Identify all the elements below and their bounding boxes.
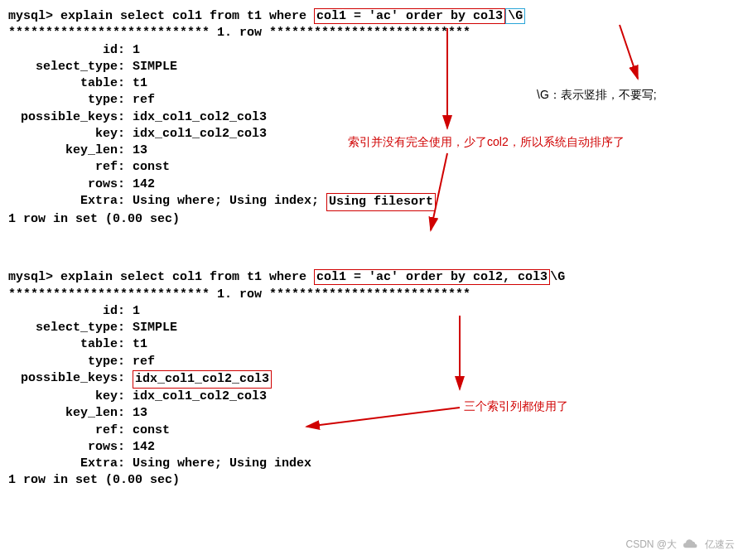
label-select-type: select_type:: [8, 59, 133, 75]
query1-footer: 1 row in set (0.00 sec): [8, 211, 735, 228]
query1-command: mysql> explain select col1 from t1 where…: [8, 8, 735, 25]
query2-footer: 1 row in set (0.00 sec): [8, 472, 735, 489]
label-type: type:: [8, 92, 133, 109]
label-key-len: key_len:: [8, 142, 133, 159]
value-key: idx_col1_col2_col3: [133, 389, 267, 405]
value-possible-keys: idx_col1_col2_col3: [133, 109, 267, 126]
value-select-type: SIMPLE: [133, 59, 177, 75]
value-type: ref: [133, 92, 155, 109]
label-key: key:: [8, 389, 133, 405]
label-ref: ref:: [8, 422, 133, 439]
value-id: 1: [133, 42, 140, 59]
label-key-len: key_len:: [8, 405, 133, 422]
label-table: table:: [8, 336, 133, 353]
where-order-clause: col1 = 'ac' order by col3: [314, 8, 505, 24]
value-id: 1: [133, 303, 140, 320]
value-rows: 142: [133, 176, 155, 193]
label-rows: rows:: [8, 176, 133, 193]
value-key-len: 13: [133, 142, 147, 159]
label-possible-keys: possible_keys:: [8, 109, 133, 126]
value-extra: Using where; Using index: [133, 456, 311, 472]
extra-prefix: Using where; Using index;: [133, 193, 326, 211]
label-extra: Extra:: [8, 456, 133, 472]
label-extra: Extra:: [8, 193, 133, 211]
label-type: type:: [8, 354, 133, 370]
mysql-prompt: mysql>: [8, 9, 60, 23]
value-rows: 142: [133, 439, 155, 456]
using-filesort: Using filesort: [326, 193, 436, 211]
yisu-watermark: 亿速云: [705, 538, 735, 552]
value-possible-keys: idx_col1_col2_col3: [133, 370, 272, 389]
label-select-type: select_type:: [8, 320, 133, 336]
label-key: key:: [8, 126, 133, 142]
label-possible-keys: possible_keys:: [8, 370, 133, 389]
mysql-prompt: mysql>: [8, 270, 60, 284]
query1-block: mysql> explain select col1 from t1 where…: [8, 8, 735, 228]
value-type: ref: [133, 354, 155, 370]
annotation-g: \G：表示竖排，不要写;: [537, 88, 657, 103]
query2-command: mysql> explain select col1 from t1 where…: [8, 269, 735, 286]
label-ref: ref:: [8, 159, 133, 176]
cmd-prefix: explain select col1 from t1 where: [60, 9, 314, 23]
label-id: id:: [8, 42, 133, 59]
value-table: t1: [133, 75, 147, 92]
watermark: CSDN @大 亿速云: [625, 538, 735, 552]
value-ref: const: [133, 159, 170, 176]
annotation-all-used: 三个索引列都使用了: [464, 399, 568, 414]
query2-block: mysql> explain select col1 from t1 where…: [8, 269, 735, 489]
value-key: idx_col1_col2_col3: [133, 126, 267, 142]
where-order-clause: col1 = 'ac' order by col2, col3: [314, 269, 550, 285]
label-id: id:: [8, 303, 133, 320]
value-ref: const: [133, 422, 170, 439]
label-rows: rows:: [8, 439, 133, 456]
label-table: table:: [8, 75, 133, 92]
g-terminator: \G: [550, 270, 565, 284]
row-header: *************************** 1. row *****…: [8, 25, 735, 41]
annotation-filesort: 索引并没有完全使用，少了col2，所以系统自动排序了: [348, 135, 625, 150]
cmd-prefix: explain select col1 from t1 where: [60, 270, 314, 284]
row-header: *************************** 1. row *****…: [8, 287, 735, 303]
value-table: t1: [133, 336, 147, 353]
g-terminator: \G: [505, 8, 525, 24]
value-key-len: 13: [133, 405, 147, 422]
cloud-icon: [683, 538, 698, 552]
value-select-type: SIMPLE: [133, 320, 177, 336]
csdn-watermark: CSDN @大: [625, 538, 677, 552]
